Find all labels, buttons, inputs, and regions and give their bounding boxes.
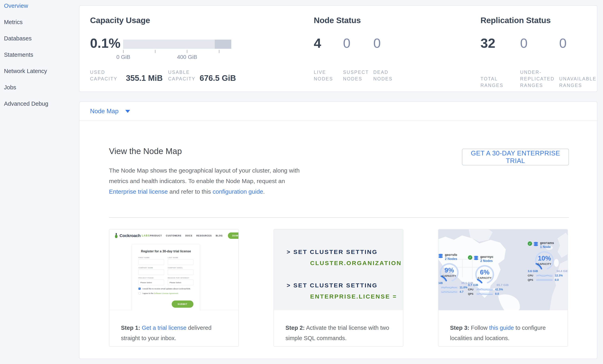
step1-caption: Step 1: Get a trial license delivered st… xyxy=(109,310,238,343)
configuration-guide-link[interactable]: configuration guide xyxy=(213,188,263,195)
cockroach-bug-icon xyxy=(115,233,118,238)
mini-nav-docs: DOCS xyxy=(186,234,192,237)
mini-agree-checkbox xyxy=(139,292,141,294)
sidebar-item-overview[interactable]: Overview xyxy=(4,3,79,9)
qps-sparkline xyxy=(441,290,458,293)
live-nodes-value: 4 xyxy=(314,36,343,50)
replication-status-title: Replication Status xyxy=(480,16,551,25)
sidebar: Overview Metrics Databases Statements Ne… xyxy=(0,0,79,117)
qps-sparkline xyxy=(476,292,493,295)
node-marker-ams: ✓ geo=ams 1 Node xyxy=(528,241,568,281)
mini-last-name-label: LAST NAME xyxy=(168,257,193,259)
chevron-down-icon xyxy=(125,110,130,113)
this-guide-link[interactable]: this guide xyxy=(489,325,514,331)
sidebar-item-jobs[interactable]: Jobs xyxy=(4,84,79,90)
used-capacity-value: 355.1 MiB xyxy=(126,74,168,82)
cpu-value: 42.5% xyxy=(495,288,503,291)
mini-first-name-input xyxy=(139,259,164,265)
database-icon xyxy=(439,254,443,259)
cockroach-labs-logo: Cockroach LABS xyxy=(115,233,150,238)
mini-project-phase-label: PROJECT PHASE xyxy=(139,277,164,279)
unavailable-ranges-value: 0 xyxy=(559,36,567,50)
mini-company-email-label: COMPANY EMAIL xyxy=(168,267,193,269)
sql-set-cluster-setting-1: > SET CLUSTER SETTING xyxy=(287,249,403,255)
qps-sparkline xyxy=(536,278,553,281)
capacity-percent: 0.1% xyxy=(90,36,120,50)
step3-card: ✓ geo=sfo 2 Nodes xyxy=(438,229,568,347)
qps-value: 0.0 xyxy=(555,278,558,281)
capacity-total: 34.4 GiB xyxy=(557,269,568,273)
enterprise-trial-license-link[interactable]: Enterprise trial license xyxy=(109,188,168,195)
mini-project-phase-select: Please Select xyxy=(139,280,164,285)
mini-form-title: Register for a 30-day trial license xyxy=(139,250,193,253)
mini-first-name-label: FIRST NAME xyxy=(139,257,164,259)
sidebar-item-network-latency[interactable]: Network Latency xyxy=(4,68,79,74)
locality-name: geo=sfo xyxy=(445,253,457,257)
get-enterprise-trial-button[interactable]: GET A 30-DAY ENTERPRISE TRIAL xyxy=(462,149,569,165)
capacity-label: CAPACITY xyxy=(472,276,498,279)
cpu-value: 11.0% xyxy=(460,286,467,289)
step2-card: > SET CLUSTER SETTING CLUSTER.ORGANIZATI… xyxy=(274,229,403,347)
qps-label: QPS xyxy=(439,290,441,293)
capacity-percent: 10% xyxy=(531,254,557,262)
sidebar-item-advanced-debug[interactable]: Advanced Debug xyxy=(4,101,79,107)
total-ranges-label: TOTAL RANGES xyxy=(480,76,520,89)
step2-sql-snippet: > SET CLUSTER SETTING CLUSTER.ORGANIZATI… xyxy=(274,230,403,310)
qps-value: 0.0 xyxy=(495,292,499,295)
mini-license-link: Software License Agreement. xyxy=(154,292,179,294)
mini-agree-label: I agree to the Software License Agreemen… xyxy=(142,292,179,294)
mini-registration-form: Register for a 30-day trial license FIRS… xyxy=(132,244,200,310)
step1-text xyxy=(140,325,142,331)
node-healthy-icon: ✓ xyxy=(468,255,472,260)
brand-suffix: LABS xyxy=(142,234,150,237)
usable-capacity-label: USABLE CAPACITY xyxy=(168,69,200,82)
cpu-label: CPU xyxy=(528,274,536,277)
sql-set-cluster-setting-2: > SET CLUSTER SETTING xyxy=(287,282,403,289)
sidebar-item-statements[interactable]: Statements xyxy=(4,52,79,58)
locality-name: geo=ams xyxy=(540,241,554,245)
step3-map-preview: ✓ geo=sfo 2 Nodes xyxy=(439,230,568,310)
used-capacity-label: USED CAPACITY xyxy=(90,69,126,82)
qps-label: QPS xyxy=(528,278,536,281)
capacity-total: 65.7 GiB xyxy=(497,283,509,287)
get-trial-license-link[interactable]: Get a trial license xyxy=(142,325,186,331)
step3-text: Follow xyxy=(469,325,489,331)
mini-submit-button: SUBMIT xyxy=(172,300,193,308)
cpu-sparkline xyxy=(536,274,553,277)
node-count: 2 Nodes xyxy=(445,257,457,261)
sql-enterprise-license: ENTERPRISE.LICENSE = xyxy=(310,293,403,300)
capacity-bar: 0 GiB 400 GiB xyxy=(123,40,231,61)
capacity-tick-0: 0 GiB xyxy=(116,54,130,60)
brand-name: Cockroach xyxy=(119,233,141,238)
description-text: and refer to this xyxy=(168,188,213,195)
qps-label: QPS xyxy=(468,292,476,295)
capacity-axis-ticks xyxy=(123,50,231,53)
mini-nav-resources: RESOURCES xyxy=(197,234,212,237)
capacity-label: CAPACITY xyxy=(439,275,462,277)
node-healthy-icon: ✓ xyxy=(528,242,532,246)
mini-company-name-input xyxy=(139,269,164,275)
capacity-percent: 6% xyxy=(472,268,498,276)
dead-nodes-label: DEAD NODES xyxy=(373,69,399,82)
capacity-percent: 9% xyxy=(439,266,462,274)
cpu-value: 12.3% xyxy=(555,274,563,277)
view-selector-label: Node Map xyxy=(90,108,118,115)
steps-row: Cockroach LABS PRODUCT CUSTOMERS DOCS RE… xyxy=(109,229,568,347)
sidebar-item-databases[interactable]: Databases xyxy=(4,35,79,41)
mini-company-name-label: COMPANY NAME xyxy=(139,267,164,269)
view-selector-dropdown[interactable]: Node Map xyxy=(80,102,597,121)
under-replicated-ranges-value: 0 xyxy=(520,36,559,50)
database-icon xyxy=(474,256,479,261)
node-map-description: The Node Map shows the geographical layo… xyxy=(109,165,304,197)
sidebar-item-metrics[interactable]: Metrics xyxy=(4,19,79,25)
locality-name: geo=nyc xyxy=(480,255,493,259)
step3-label: Step 3: xyxy=(450,325,469,331)
mini-agree-text: I agree to the xyxy=(142,292,154,294)
mini-updates-checkbox xyxy=(139,287,141,290)
step2-label: Step 2: xyxy=(285,325,305,331)
mini-download-button: DOWNLOAD xyxy=(228,232,238,239)
mini-company-email-input xyxy=(168,269,193,275)
total-ranges-value: 32 xyxy=(480,36,520,50)
mini-nav-product: PRODUCT xyxy=(150,234,162,237)
node-count: 1 Node xyxy=(540,245,554,249)
